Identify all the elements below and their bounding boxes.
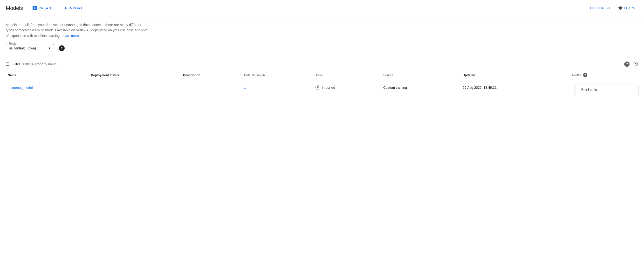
region-help-icon[interactable]: ?	[59, 45, 65, 51]
region-selector[interactable]: Region us-central1 (Iowa) ▼	[6, 44, 54, 52]
learn-button[interactable]: 🎓 LEARN	[615, 4, 638, 12]
type-value: Imported	[322, 86, 335, 90]
learn-icon: 🎓	[618, 6, 623, 10]
region-label: Region	[8, 42, 19, 45]
updated-cell: 26 Aug 2022, 13:49:21	[461, 80, 570, 95]
models-table: Name Deployment status Description Defau…	[6, 70, 638, 95]
type-cell: Imported	[314, 80, 381, 95]
menu-item-edit-labels[interactable]: Edit labels	[576, 84, 638, 95]
filter-bar: ☰ Filter ? ⦿	[0, 58, 644, 70]
learn-more-link[interactable]: Learn more	[62, 34, 79, 38]
description-cell: –	[181, 80, 242, 95]
model-name-link[interactable]: imagenet_model	[8, 86, 33, 90]
imported-icon	[316, 85, 320, 90]
context-menu: Edit labels Edit name and description De…	[576, 84, 638, 95]
table-header-row: Name Deployment status Description Defau…	[6, 70, 638, 80]
model-name-cell: imagenet_model	[6, 80, 89, 95]
table-row: imagenet_model – – 1	[6, 80, 638, 95]
labels-value: –	[572, 86, 574, 90]
filter-right: ? ⦿	[624, 61, 638, 67]
header: Models + CREATE ⬇ IMPORT ↻ REFRESH 🎓 LEA…	[0, 0, 644, 16]
col-updated: Updated	[461, 70, 570, 80]
page-title: Models	[6, 5, 23, 11]
col-name: Name	[6, 70, 89, 80]
refresh-button[interactable]: ↻ REFRESH	[587, 4, 613, 12]
chevron-down-icon: ▼	[48, 46, 51, 50]
refresh-icon: ↻	[590, 6, 593, 10]
description-value: –	[183, 86, 185, 90]
region-value: us-central1 (Iowa)	[9, 46, 45, 50]
deployment-status-cell: –	[89, 80, 181, 95]
source-cell: Custom training	[381, 80, 461, 95]
col-actions	[626, 70, 638, 80]
updated-value: 26 Aug 2022, 13:49:21	[462, 86, 497, 90]
table-help-icon[interactable]: ?	[624, 62, 630, 67]
col-type: Type	[314, 70, 381, 80]
version-link[interactable]: 1	[244, 86, 246, 90]
deployment-status-value: –	[91, 86, 93, 90]
col-default-version: Default version	[242, 70, 314, 80]
col-labels: Labels ?	[570, 70, 626, 80]
filter-input[interactable]	[23, 62, 621, 66]
filter-label: Filter	[12, 62, 20, 66]
col-description: Description	[181, 70, 242, 80]
col-source: Source	[381, 70, 461, 80]
source-value: Custom training	[383, 86, 407, 90]
description-area: Models are built from your data sets or …	[0, 16, 154, 42]
region-container: Region us-central1 (Iowa) ▼ ?	[0, 42, 644, 58]
create-button[interactable]: + CREATE	[29, 4, 56, 12]
labels-help-icon[interactable]: ?	[583, 73, 587, 77]
default-version-cell: 1	[242, 80, 314, 95]
header-right-actions: ↻ REFRESH 🎓 LEARN	[587, 4, 638, 12]
filter-icon: ☰	[6, 62, 10, 67]
import-button[interactable]: ⬇ IMPORT	[60, 4, 86, 12]
import-icon: ⬇	[64, 6, 68, 10]
columns-icon[interactable]: ⦿	[634, 61, 638, 67]
create-icon: +	[32, 6, 37, 10]
table-wrapper: Name Deployment status Description Defau…	[0, 70, 644, 95]
col-deployment-status: Deployment status	[89, 70, 181, 80]
svg-point-0	[318, 86, 318, 88]
